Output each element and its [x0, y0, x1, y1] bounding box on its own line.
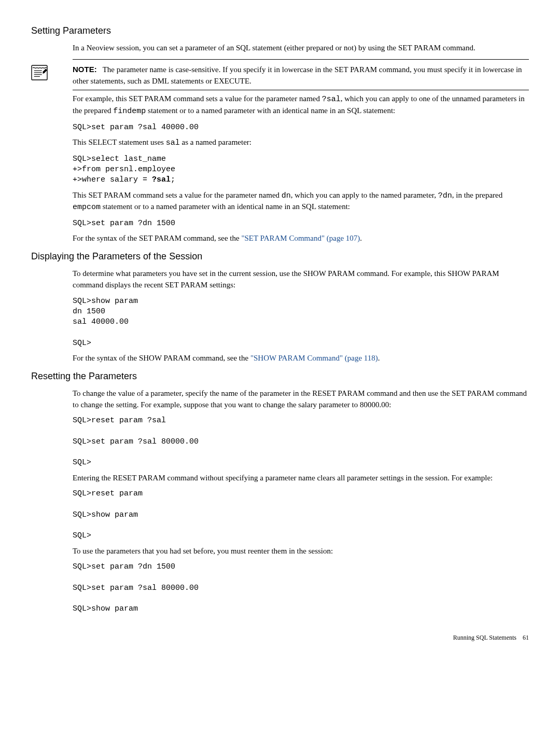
- code-block: SQL>select last_name +>from persnl.emplo…: [73, 154, 529, 186]
- inline-code: sal: [166, 139, 180, 147]
- inline-code: findemp: [113, 107, 146, 116]
- note-label: NOTE:: [73, 65, 97, 74]
- inline-code: dn: [282, 191, 291, 200]
- paragraph: To use the parameters that you had set b…: [73, 546, 529, 557]
- paragraph: This SET PARAM command sets a value for …: [73, 190, 529, 214]
- inline-code: ?dn: [438, 191, 452, 200]
- code-block: SQL>reset param ?sal SQL>set param ?sal …: [73, 416, 529, 468]
- note-block: NOTE: The parameter name is case-sensiti…: [31, 64, 529, 87]
- note-icon: [31, 65, 48, 84]
- inline-code: empcom: [73, 203, 101, 212]
- paragraph: For the syntax of the SET PARAM command,…: [73, 233, 529, 244]
- heading-setting-parameters: Setting Parameters: [31, 24, 529, 37]
- page-number: 61: [523, 634, 529, 641]
- link-show-param-command[interactable]: "SHOW PARAM Command" (page 118): [250, 354, 378, 362]
- code-block: SQL>reset param SQL>show param SQL>: [73, 489, 529, 541]
- divider: [73, 90, 529, 90]
- paragraph: For the syntax of the SHOW PARAM command…: [73, 353, 529, 364]
- code-block: SQL>show param dn 1500 sal 40000.00 SQL>: [73, 296, 529, 349]
- paragraph: To change the value of a parameter, spec…: [73, 388, 529, 411]
- paragraph: For example, this SET PARAM command sets…: [73, 93, 529, 117]
- paragraph: To determine what parameters you have se…: [73, 268, 529, 291]
- link-set-param-command[interactable]: "SET PARAM Command" (page 107): [241, 234, 360, 242]
- code-block: SQL>set param ?dn 1500 SQL>set param ?sa…: [73, 562, 529, 614]
- code-block: SQL>set param ?sal 40000.00: [73, 122, 529, 133]
- heading-resetting-parameters: Resetting the Parameters: [31, 369, 529, 383]
- note-body: The parameter name is case-sensitive. If…: [73, 65, 522, 85]
- paragraph: This SELECT statement uses sal as a name…: [73, 137, 529, 149]
- divider: [73, 59, 529, 60]
- code-block: SQL>set param ?dn 1500: [73, 218, 529, 229]
- paragraph: In a Neoview session, you can set a para…: [73, 43, 529, 54]
- page-footer: Running SQL Statements 61: [31, 633, 529, 642]
- heading-displaying-parameters: Displaying the Parameters of the Session: [31, 250, 529, 263]
- footer-label: Running SQL Statements: [453, 634, 516, 641]
- paragraph: Entering the RESET PARAM command without…: [73, 473, 529, 484]
- inline-code: ?sal: [322, 95, 341, 104]
